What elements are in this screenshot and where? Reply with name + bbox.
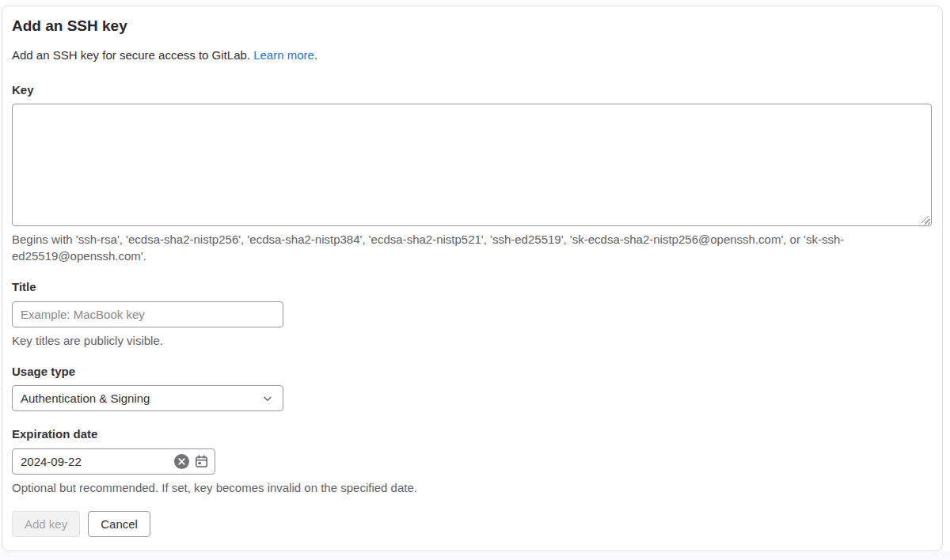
clear-icon [173, 453, 190, 470]
page-footer-strip [0, 551, 950, 560]
page-title: Add an SSH key [12, 17, 932, 36]
key-textarea-wrap [12, 104, 932, 226]
expiration-date-value: 2024-09-22 [21, 455, 169, 468]
expiration-date-help-text: Optional but recommended. If set, key be… [12, 479, 932, 496]
key-label: Key [12, 82, 932, 98]
clear-date-button[interactable] [173, 453, 190, 470]
page-description-period: . [314, 48, 317, 62]
form-actions: Add key Cancel [12, 511, 932, 537]
usage-type-label: Usage type [12, 364, 932, 380]
title-field-group: Title Key titles are publicly visible. [12, 279, 932, 349]
expiration-date-input[interactable]: 2024-09-22 [12, 448, 215, 475]
usage-type-field-group: Usage type Authentication & Signing [12, 364, 932, 412]
learn-more-link[interactable]: Learn more [253, 48, 314, 62]
title-input[interactable] [12, 301, 283, 327]
expiration-date-label: Expiration date [12, 426, 932, 442]
cancel-button[interactable]: Cancel [88, 511, 150, 537]
title-help-text: Key titles are publicly visible. [12, 332, 932, 349]
page-description: Add an SSH key for secure access to GitL… [12, 47, 932, 63]
add-key-button[interactable]: Add key [12, 511, 80, 537]
key-field-group: Key Begins with 'ssh-rsa', 'ecdsa-sha2-n… [12, 82, 932, 265]
add-ssh-key-card: Add an SSH key Add an SSH key for secure… [2, 6, 943, 551]
title-label: Title [12, 279, 932, 295]
calendar-button[interactable] [195, 455, 208, 468]
key-textarea[interactable] [12, 104, 932, 226]
expiration-date-field-group: Expiration date 2024-09-22 Optional but [12, 426, 932, 496]
key-help-text: Begins with 'ssh-rsa', 'ecdsa-sha2-nistp… [12, 231, 932, 264]
usage-type-selected-value: Authentication & Signing [21, 392, 150, 405]
page-description-text: Add an SSH key for secure access to GitL… [12, 48, 250, 62]
calendar-icon [195, 455, 208, 468]
usage-type-select[interactable]: Authentication & Signing [12, 385, 283, 411]
chevron-down-icon [262, 393, 273, 404]
